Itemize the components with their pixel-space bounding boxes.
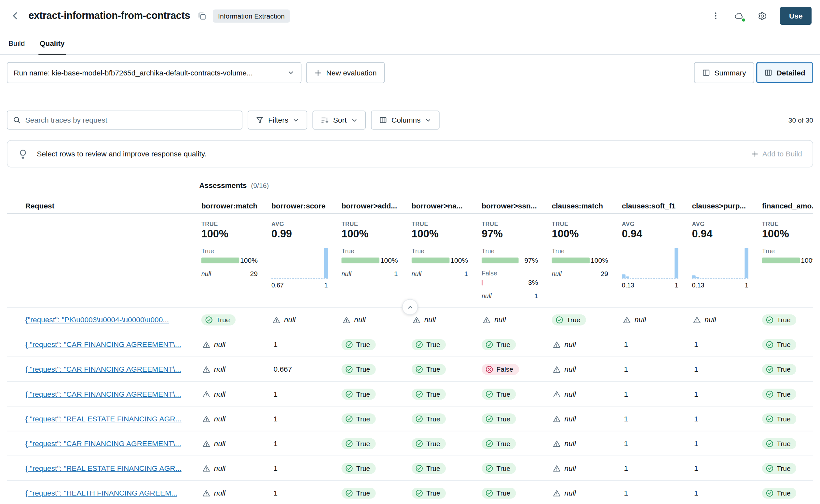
score-value: 1 (622, 489, 628, 497)
request-link[interactable]: { "request": "CAR FINANCING AGREEMENT\..… (25, 439, 181, 448)
request-link[interactable]: { "request": "CAR FINANCING AGREEMENT\..… (25, 390, 181, 398)
check-circle-icon (415, 390, 423, 398)
column-header[interactable]: borrower>na... (408, 201, 478, 210)
request-link[interactable]: { "request": "CAR FINANCING AGREEMENT\..… (25, 365, 181, 373)
histogram-min-label: 0.13 (622, 282, 634, 289)
null-value: null (552, 489, 576, 497)
badge-label: True (426, 365, 440, 373)
request-link[interactable]: { "request": "CAR FINANCING AGREEMENT\..… (25, 340, 181, 349)
score-histogram: 0.131 (622, 248, 678, 289)
back-button[interactable] (8, 9, 22, 23)
check-circle-icon (766, 365, 773, 373)
columns-button[interactable]: Columns (371, 111, 440, 129)
warning-triangle-icon (202, 464, 210, 472)
assessment-cell: null (198, 388, 268, 399)
badge-label: True (426, 464, 440, 472)
table-row[interactable]: { "request": "CAR FINANCING AGREEMENT\..… (7, 382, 813, 406)
warning-triangle-icon (202, 365, 210, 373)
check-circle-icon (415, 440, 423, 447)
summary-stat-value: 100% (552, 228, 608, 240)
summary-stat-label: AVG (692, 221, 748, 227)
true-badge: True (341, 413, 376, 424)
add-to-build-button[interactable]: Add to Build (751, 150, 802, 158)
search-box[interactable] (7, 111, 242, 129)
check-circle-icon (486, 489, 493, 497)
table-row[interactable]: { "request": "CAR FINANCING AGREEMENT\..… (7, 332, 813, 357)
distribution-entry: True100% (412, 247, 468, 264)
request-link[interactable]: { "request": "REAL ESTATE FINANCING AGR.… (25, 464, 181, 472)
distribution-value: 97% (524, 257, 538, 264)
table-row[interactable]: { "request": "HEALTH FINANCING AGREEM...… (7, 481, 813, 504)
column-header[interactable]: clauses:match (549, 201, 619, 210)
assessment-cell: False (479, 364, 549, 375)
column-header[interactable]: borrower>add... (338, 201, 408, 210)
summary-stat-label: AVG (271, 221, 328, 227)
gear-icon (758, 11, 767, 20)
copy-icon[interactable] (197, 11, 207, 20)
column-header[interactable]: financed_amo... (759, 201, 813, 210)
true-badge: True (762, 314, 797, 325)
request-link[interactable]: { "request": "REAL ESTATE FINANCING AGR.… (25, 415, 181, 423)
collapse-summary-button[interactable] (402, 299, 418, 315)
settings-gear-button[interactable] (754, 7, 771, 24)
assistant-button[interactable] (731, 7, 747, 24)
distribution-entry: null1 (412, 270, 468, 277)
kebab-menu-button[interactable] (707, 7, 724, 24)
null-value: null (201, 390, 225, 398)
request-cell: { "request": "CAR FINANCING AGREEMENT\..… (7, 365, 198, 374)
request-column-header[interactable]: Request (7, 201, 198, 210)
assessment-cell: True (408, 487, 478, 498)
assessment-cell: True (408, 339, 478, 350)
assessment-cell: 1 (268, 463, 338, 474)
score-value: 1 (622, 390, 628, 398)
tab-build[interactable]: Build (7, 32, 26, 54)
assessment-cell: null (268, 314, 338, 325)
badge-label: True (777, 440, 791, 447)
run-selector[interactable]: Run name: kie-base-model-bfb7265d_archik… (7, 62, 301, 83)
new-evaluation-button[interactable]: New evaluation (306, 62, 384, 83)
assessment-cell: null (619, 314, 689, 325)
check-circle-icon (345, 340, 353, 348)
table-row[interactable]: { "request": "CAR FINANCING AGREEMENT\..… (7, 357, 813, 382)
badge-label: True (497, 390, 511, 398)
table-row[interactable]: { "request": "REAL ESTATE FINANCING AGR.… (7, 406, 813, 431)
request-link[interactable]: { "request": "HEALTH FINANCING AGREEM... (25, 489, 177, 497)
assessment-cell: 1 (268, 438, 338, 449)
distribution-label: True (341, 247, 397, 255)
request-link[interactable]: {"request": "PK\u0003\u0004-\u0000\u000.… (25, 315, 169, 324)
value-distribution: True100%null29 (552, 247, 608, 277)
table-row[interactable]: { "request": "REAL ESTATE FINANCING AGR.… (7, 456, 813, 481)
score-value: 1 (692, 464, 698, 472)
true-badge: True (412, 388, 446, 399)
sort-button[interactable]: Sort (313, 111, 366, 129)
search-input[interactable] (25, 116, 236, 124)
column-header[interactable]: borrower:score (268, 201, 338, 210)
score-value: 1 (271, 415, 277, 423)
column-header[interactable]: clauses>purp... (689, 201, 759, 210)
column-header[interactable]: borrower:match (198, 201, 268, 210)
score-value: 1 (622, 340, 628, 349)
tab-quality[interactable]: Quality (38, 32, 65, 54)
column-header[interactable]: borrower>ssn... (479, 201, 549, 210)
assessment-cell: 1 (268, 487, 338, 498)
summary-stat-label: TRUE (201, 221, 258, 227)
columns-icon (379, 116, 387, 124)
summary-view-button[interactable]: Summary (694, 62, 754, 83)
distribution-value: 3% (528, 279, 538, 286)
summary-row: TRUE100%True100%null29AVG0.990.671TRUE10… (7, 214, 813, 308)
null-label: null (214, 464, 225, 472)
assessment-cell: 1 (689, 487, 759, 498)
use-button[interactable]: Use (780, 7, 812, 25)
summary-cell: TRUE100%True100% (759, 221, 813, 300)
column-header[interactable]: clauses:soft_f1 (619, 201, 689, 210)
traces-table: Request borrower:matchborrower:scoreborr… (7, 190, 813, 504)
chevron-down-icon (425, 117, 432, 124)
table-row[interactable]: { "request": "CAR FINANCING AGREEMENT\..… (7, 431, 813, 456)
filters-button[interactable]: Filters (248, 111, 307, 129)
warning-triangle-icon (202, 440, 210, 447)
warning-triangle-icon (553, 365, 561, 373)
detailed-view-button[interactable]: Detailed (756, 62, 813, 83)
check-circle-icon (415, 340, 423, 348)
assessment-cell: null (689, 314, 759, 325)
true-badge: True (412, 438, 446, 449)
